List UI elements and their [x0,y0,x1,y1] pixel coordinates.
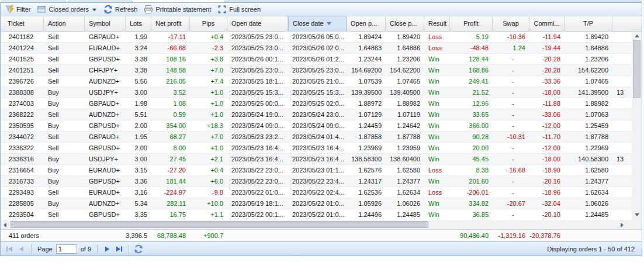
refresh-label: Refresh [115,6,138,13]
order-row[interactable]: 2336316BuyUSDJPY+3.0027.45+2.12023/05/23… [1,154,632,165]
order-row[interactable]: 2401251SellCHFJPY+3.38148.58+7.02023/05/… [1,65,632,76]
cell-sl [612,198,632,209]
column-header-label: Ticket [8,16,25,31]
cell-commission: -12.00 [529,120,565,131]
cell-sl [612,176,632,186]
cell-net_profit: 108.16 [151,54,190,64]
order-row[interactable]: 2344072SellGBPAUD+1.9568.27+7.02023/05/2… [1,132,632,143]
page-number-input[interactable] [56,244,77,254]
cell-net_profit: 8.00 [151,143,190,153]
column-header-ticket[interactable]: Ticket [1,16,44,31]
last-page-button[interactable] [114,244,124,254]
filter-button[interactable]: Filter [3,4,34,15]
first-page-button[interactable] [4,244,15,254]
cell-open_date: 2023/05/22 01:0... [227,187,288,198]
column-header-pips[interactable]: Pips [190,16,227,31]
cell-ticket: 2350595 [1,120,44,131]
scroll-down-arrow-icon[interactable] [632,210,642,219]
column-header-tp[interactable]: T/P [565,16,612,31]
vertical-scroll-thumb[interactable] [633,40,640,98]
refresh-button[interactable]: Refresh [102,4,141,15]
horizontal-scroll-thumb[interactable] [11,221,428,228]
summary-close_date [288,230,347,241]
cell-action: Sell [44,43,85,53]
cell-lots: 2.00 [126,120,151,131]
cell-pips: +10.0 [190,198,227,209]
cell-close_price: 1.24642 [386,120,424,131]
column-header-symbol[interactable]: Symbol [85,16,126,31]
cell-commission: -18.96 [529,187,565,198]
vertical-scrollbar[interactable] [632,32,642,220]
cell-pips: +1.0 [190,143,227,153]
full-screen-button[interactable]: Full screen [216,4,264,15]
cell-open_price: 1.05926 [347,198,386,209]
cell-ticket: 2293504 [1,209,44,220]
next-page-button[interactable] [102,244,112,254]
cell-net_profit: 0.59 [151,109,190,120]
next-page-icon [102,244,112,254]
order-row[interactable]: 2374003BuyGBPAUD+1.981.08+1.02023/05/25 … [1,98,632,109]
closed-orders-button[interactable]: Closed orders [35,4,100,15]
cell-result: Loss [424,187,450,198]
printable-statement-button[interactable]: Printable statement [142,4,214,15]
order-row[interactable]: 2368222SellAUDNZD+5.510.59+1.02023/05/24… [1,109,632,120]
cell-close_date: 2023/05/25 02:0... [288,98,347,109]
order-row[interactable]: 2401182SellGBPAUD+1.99-17.11+0.42023/05/… [1,32,632,43]
cell-open_date: 2023/05/22 00:1... [227,209,288,220]
scroll-up-arrow-icon[interactable] [632,32,642,40]
order-row[interactable]: 2293504SellGBPUSD+3.3516.75+1.12023/05/2… [1,209,632,220]
cell-ticket: 2336316 [1,154,44,164]
cell-lots: 3.24 [126,43,151,53]
order-row[interactable]: 2350595BuyGBPUSD+2.00354.00+18.32023/05/… [1,120,632,132]
column-header-swap[interactable]: Swap [493,16,529,31]
paging-refresh-button[interactable] [133,244,144,254]
cell-lots: 3.00 [126,154,151,164]
order-row[interactable]: 2316654BuyEURAUD+3.15-27.20+0.42023/05/2… [1,165,632,176]
column-header-open_price[interactable]: Open p... [347,16,386,31]
order-row[interactable]: 2401224SellEURAUD+3.24-66.68-2.32023/05/… [1,43,632,54]
previous-page-button[interactable] [16,244,27,254]
scroll-right-arrow-icon[interactable] [618,220,626,229]
column-header-sl[interactable] [612,16,642,31]
order-row[interactable]: 2401525SellGBPUSD+3.38108.16+3.82023/05/… [1,54,632,65]
column-header-open_date[interactable]: Open date [227,16,288,31]
cell-swap: - [493,65,529,75]
column-header-result[interactable]: Result [424,16,450,31]
column-header-net_profit[interactable]: Net profit [151,16,190,31]
cell-pips: +7.0 [190,132,227,142]
column-header-action[interactable]: Action [44,16,85,31]
cell-open_price: 1.07129 [347,109,386,120]
cell-net_profit: 354.00 [151,120,190,131]
order-row[interactable]: 2396726SellAUDNZD+5.56216.05+7.42023/05/… [1,76,632,87]
order-row[interactable]: 2336322SellGBPUSD+2.008.00+1.02023/05/23… [1,143,632,154]
cell-symbol: CHFJPY+ [85,65,126,75]
cell-open_price: 1.89424 [347,32,386,42]
cell-swap: -10.36 [493,32,529,42]
cell-result: Win [424,98,450,109]
cell-net_profit: 68.27 [151,132,190,142]
cell-lots: 1.99 [126,32,151,42]
horizontal-scroll-track[interactable] [9,220,618,229]
cell-open_price: 139.39500 [347,87,386,98]
column-header-lots[interactable]: Lots [126,16,151,31]
cell-open_date: 2023/05/25 23:0... [227,32,288,42]
cell-result: Win [424,65,450,75]
horizontal-scrollbar-strip [1,220,642,229]
cell-ticket: 2293493 [1,187,44,198]
horizontal-scrollbar[interactable] [1,220,626,229]
order-row[interactable]: 2388308BuyUSDJPY+3.003.52+1.02023/05/25 … [1,87,632,98]
column-header-close_price[interactable]: Close p... [386,16,424,31]
column-header-commission[interactable]: Commi... [529,16,565,31]
order-row[interactable]: 2316733BuyGBPUSD+3.36181.44+6.02023/05/2… [1,176,632,187]
order-row[interactable]: 2285805BuyAUDNZD+5.34282.11+10.02023/05/… [1,198,632,209]
cell-tp: 141.39500 [565,87,612,98]
cell-swap: - [493,109,529,120]
column-header-profit[interactable]: Profit [450,16,493,31]
column-header-close_date[interactable]: Close date [288,16,347,31]
cell-action: Buy [44,120,85,131]
order-row[interactable]: 2293493SellEURAUD+3.16-224.97-9.82023/05… [1,187,632,198]
column-header-label: Swap [503,16,519,31]
cell-symbol: GBPAUD+ [85,132,126,142]
scroll-left-arrow-icon[interactable] [1,220,9,229]
cell-commission: -18.00 [529,87,565,98]
